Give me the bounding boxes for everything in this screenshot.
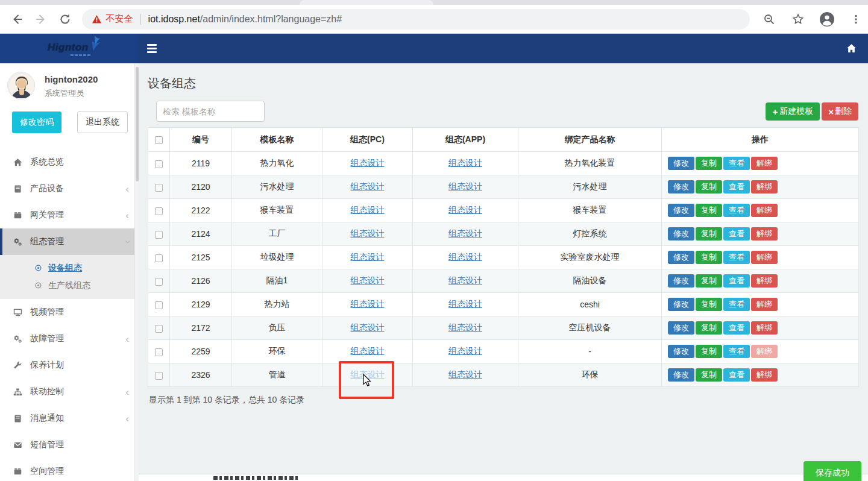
unbind-button[interactable]: 解绑: [751, 251, 778, 264]
copy-button[interactable]: 复制: [696, 368, 722, 382]
pc-config-link[interactable]: 组态设计: [351, 181, 385, 191]
zoom-out-icon[interactable]: [757, 9, 781, 30]
app-config-link[interactable]: 组态设计: [448, 252, 482, 262]
copy-button[interactable]: 复制: [696, 251, 722, 264]
app-config-link[interactable]: 组态设计: [448, 299, 482, 309]
sidebar-item-overview[interactable]: 系统总览: [0, 149, 139, 175]
app-config-link[interactable]: 组态设计: [448, 181, 482, 191]
app-config-link[interactable]: 组态设计: [448, 228, 482, 238]
pc-config-link[interactable]: 组态设计: [351, 252, 385, 262]
copy-button[interactable]: 复制: [696, 227, 722, 241]
modify-button[interactable]: 修改: [668, 368, 694, 382]
pc-config-link[interactable]: 组态设计: [351, 158, 385, 168]
select-all-checkbox[interactable]: [155, 136, 163, 144]
sidebar-item-products[interactable]: 产品设备‹: [0, 175, 139, 202]
unbind-button[interactable]: 解绑: [751, 180, 778, 193]
security-warning-icon[interactable]: [92, 14, 102, 24]
row-checkbox[interactable]: [155, 301, 163, 309]
app-config-link[interactable]: 组态设计: [448, 346, 482, 356]
unbind-button[interactable]: 解绑: [751, 345, 778, 358]
sidebar-item-gateway[interactable]: 网关管理‹: [0, 202, 139, 228]
security-label[interactable]: 不安全: [106, 13, 133, 25]
url-path[interactable]: /admin/index.html?language=zh#: [200, 14, 342, 25]
view-button[interactable]: 查看: [723, 345, 750, 358]
row-checkbox[interactable]: [155, 348, 163, 356]
profile-avatar-icon[interactable]: [815, 9, 839, 30]
row-checkbox[interactable]: [155, 372, 163, 380]
browser-menu-icon[interactable]: [844, 9, 868, 30]
sidebar-item-space[interactable]: 空间管理: [0, 458, 139, 481]
logout-button[interactable]: 退出系统: [77, 112, 128, 133]
view-button[interactable]: 查看: [723, 274, 750, 288]
app-config-link[interactable]: 组态设计: [448, 369, 482, 379]
unbind-button[interactable]: 解绑: [751, 204, 778, 217]
copy-button[interactable]: 复制: [696, 204, 722, 217]
unbind-button[interactable]: 解绑: [751, 321, 778, 335]
change-password-button[interactable]: 修改密码: [12, 112, 61, 133]
forward-icon[interactable]: [29, 9, 53, 30]
copy-button[interactable]: 复制: [696, 180, 722, 193]
row-checkbox[interactable]: [155, 184, 163, 192]
sidebar-item-video[interactable]: 视频管理: [0, 299, 139, 325]
pc-config-link[interactable]: 组态设计: [351, 228, 385, 238]
copy-button[interactable]: 复制: [696, 345, 722, 358]
app-config-link[interactable]: 组态设计: [448, 322, 482, 332]
view-button[interactable]: 查看: [723, 251, 750, 264]
unbind-button[interactable]: 解绑: [751, 227, 778, 241]
row-checkbox[interactable]: [155, 325, 163, 333]
sidebar-subitem-device-scada[interactable]: 设备组态: [0, 259, 139, 277]
app-config-link[interactable]: 组态设计: [448, 275, 482, 285]
app-config-link[interactable]: 组态设计: [448, 158, 482, 168]
url-host[interactable]: iot.idosp.net: [148, 14, 200, 25]
back-icon[interactable]: [5, 9, 29, 30]
new-template-button[interactable]: +新建模板: [766, 102, 820, 121]
unbind-button[interactable]: 解绑: [751, 298, 778, 311]
modify-button[interactable]: 修改: [668, 274, 694, 288]
view-button[interactable]: 查看: [723, 321, 750, 335]
pc-config-link[interactable]: 组态设计: [351, 299, 385, 309]
sidebar-item-sms[interactable]: 短信管理: [0, 432, 139, 458]
view-button[interactable]: 查看: [723, 227, 750, 241]
copy-button[interactable]: 复制: [696, 321, 722, 335]
unbind-button[interactable]: 解绑: [751, 274, 778, 288]
pc-config-link[interactable]: 组态设计: [351, 275, 385, 285]
unbind-button[interactable]: 解绑: [751, 368, 778, 382]
copy-button[interactable]: 复制: [696, 157, 722, 170]
search-input[interactable]: [156, 101, 265, 122]
row-checkbox[interactable]: [155, 254, 163, 262]
modify-button[interactable]: 修改: [668, 345, 694, 358]
row-checkbox[interactable]: [155, 207, 163, 215]
modify-button[interactable]: 修改: [668, 227, 694, 241]
app-config-link[interactable]: 组态设计: [448, 205, 482, 215]
sidebar-item-fault[interactable]: 故障管理‹: [0, 325, 139, 352]
brand-logo[interactable]: Hignton: [0, 34, 139, 63]
home-icon[interactable]: [843, 40, 860, 57]
modify-button[interactable]: 修改: [668, 251, 694, 264]
view-button[interactable]: 查看: [723, 298, 750, 311]
copy-button[interactable]: 复制: [696, 298, 722, 311]
row-checkbox[interactable]: [155, 231, 163, 239]
view-button[interactable]: 查看: [723, 204, 750, 217]
sidebar-toggle-icon[interactable]: [147, 42, 163, 55]
view-button[interactable]: 查看: [723, 157, 750, 170]
sidebar-item-linkage[interactable]: 联动控制‹: [0, 379, 139, 405]
sidebar-item-message[interactable]: 消息通知‹: [0, 405, 139, 432]
address-bar[interactable]: 不安全 iot.idosp.net/admin/index.html?langu…: [82, 9, 750, 30]
delete-button[interactable]: ×删除: [822, 102, 858, 121]
view-button[interactable]: 查看: [723, 180, 750, 193]
modify-button[interactable]: 修改: [668, 321, 694, 335]
sidebar-scrollbar[interactable]: [134, 63, 139, 481]
modify-button[interactable]: 修改: [668, 180, 694, 193]
pc-config-link[interactable]: 组态设计: [351, 205, 385, 215]
reload-icon[interactable]: [53, 9, 77, 30]
pc-config-link[interactable]: 组态设计: [351, 322, 385, 332]
unbind-button[interactable]: 解绑: [751, 157, 778, 170]
sidebar-item-scada[interactable]: 组态管理‹: [0, 228, 139, 255]
bookmark-star-icon[interactable]: [786, 9, 810, 30]
modify-button[interactable]: 修改: [668, 157, 694, 170]
sidebar-subitem-line-scada[interactable]: 生产线组态: [0, 277, 139, 294]
row-checkbox[interactable]: [155, 160, 163, 168]
modify-button[interactable]: 修改: [668, 204, 694, 217]
copy-button[interactable]: 复制: [696, 274, 722, 288]
row-checkbox[interactable]: [155, 278, 163, 286]
